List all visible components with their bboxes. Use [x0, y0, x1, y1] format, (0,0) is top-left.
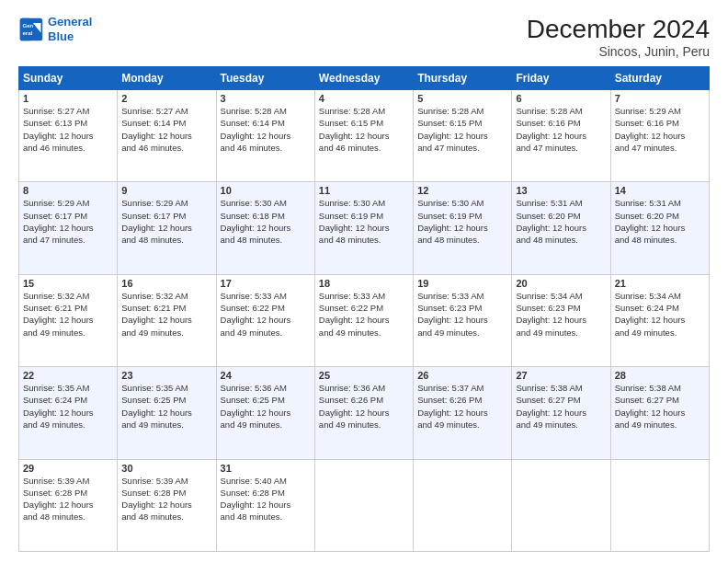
calendar-cell: 10Sunrise: 5:30 AMSunset: 6:18 PMDayligh…	[216, 182, 314, 274]
day-info: Sunrise: 5:38 AMSunset: 6:27 PMDaylight:…	[516, 382, 606, 431]
day-info: Sunrise: 5:30 AMSunset: 6:18 PMDaylight:…	[221, 197, 311, 246]
day-info: Sunrise: 5:32 AMSunset: 6:21 PMDaylight:…	[121, 290, 211, 339]
day-number: 11	[319, 185, 409, 196]
day-number: 5	[417, 93, 507, 104]
day-info: Sunrise: 5:27 AMSunset: 6:14 PMDaylight:…	[121, 105, 211, 154]
calendar-cell: 13Sunrise: 5:31 AMSunset: 6:20 PMDayligh…	[512, 182, 610, 274]
header: Gen eral General Blue December 2024 Sinc…	[18, 15, 710, 59]
day-info: Sunrise: 5:33 AMSunset: 6:23 PMDaylight:…	[417, 290, 507, 339]
main-title: December 2024	[527, 15, 710, 44]
day-number: 14	[615, 185, 705, 196]
logo-line1: General	[48, 15, 92, 29]
calendar-table: SundayMondayTuesdayWednesdayThursdayFrid…	[18, 66, 710, 552]
day-info: Sunrise: 5:36 AMSunset: 6:26 PMDaylight:…	[319, 382, 409, 431]
calendar-cell: 9Sunrise: 5:29 AMSunset: 6:17 PMDaylight…	[118, 182, 216, 274]
day-number: 3	[221, 93, 311, 104]
day-info: Sunrise: 5:34 AMSunset: 6:23 PMDaylight:…	[516, 290, 606, 339]
logo-line2: Blue	[48, 29, 74, 43]
day-number: 26	[417, 370, 507, 381]
day-info: Sunrise: 5:38 AMSunset: 6:27 PMDaylight:…	[615, 382, 705, 431]
calendar-cell: 5Sunrise: 5:28 AMSunset: 6:15 PMDaylight…	[414, 90, 512, 182]
calendar-cell: 27Sunrise: 5:38 AMSunset: 6:27 PMDayligh…	[512, 367, 610, 459]
calendar-cell: 16Sunrise: 5:32 AMSunset: 6:21 PMDayligh…	[118, 274, 216, 366]
calendar-cell: 23Sunrise: 5:35 AMSunset: 6:25 PMDayligh…	[118, 367, 216, 459]
calendar-cell: 22Sunrise: 5:35 AMSunset: 6:24 PMDayligh…	[19, 367, 118, 459]
calendar-cell: 20Sunrise: 5:34 AMSunset: 6:23 PMDayligh…	[512, 274, 610, 366]
day-number: 23	[121, 370, 211, 381]
day-info: Sunrise: 5:31 AMSunset: 6:20 PMDaylight:…	[615, 197, 705, 246]
day-info: Sunrise: 5:30 AMSunset: 6:19 PMDaylight:…	[417, 197, 507, 246]
calendar-cell: 4Sunrise: 5:28 AMSunset: 6:15 PMDaylight…	[314, 90, 413, 182]
day-info: Sunrise: 5:33 AMSunset: 6:22 PMDaylight:…	[319, 290, 409, 339]
day-info: Sunrise: 5:34 AMSunset: 6:24 PMDaylight:…	[615, 290, 705, 339]
day-number: 6	[516, 93, 606, 104]
calendar-cell: 3Sunrise: 5:28 AMSunset: 6:14 PMDaylight…	[216, 90, 314, 182]
col-header-saturday: Saturday	[610, 67, 709, 90]
col-header-monday: Monday	[118, 67, 216, 90]
calendar-cell: 18Sunrise: 5:33 AMSunset: 6:22 PMDayligh…	[314, 274, 413, 366]
logo-text: General Blue	[48, 15, 92, 43]
day-number: 24	[221, 370, 311, 381]
calendar-cell: 31Sunrise: 5:40 AMSunset: 6:28 PMDayligh…	[216, 459, 314, 551]
day-info: Sunrise: 5:35 AMSunset: 6:25 PMDaylight:…	[121, 382, 211, 431]
calendar-cell: 28Sunrise: 5:38 AMSunset: 6:27 PMDayligh…	[610, 367, 709, 459]
svg-text:eral: eral	[22, 29, 32, 36]
day-info: Sunrise: 5:30 AMSunset: 6:19 PMDaylight:…	[319, 197, 409, 246]
day-number: 20	[516, 278, 606, 289]
day-number: 13	[516, 185, 606, 196]
day-info: Sunrise: 5:28 AMSunset: 6:16 PMDaylight:…	[516, 105, 606, 154]
day-number: 29	[23, 463, 113, 474]
day-info: Sunrise: 5:36 AMSunset: 6:25 PMDaylight:…	[221, 382, 311, 431]
day-number: 4	[319, 93, 409, 104]
calendar-cell	[414, 459, 512, 551]
calendar-cell: 17Sunrise: 5:33 AMSunset: 6:22 PMDayligh…	[216, 274, 314, 366]
day-number: 31	[221, 463, 311, 474]
day-number: 19	[417, 278, 507, 289]
logo-icon: Gen eral	[18, 17, 44, 42]
calendar-cell: 1Sunrise: 5:27 AMSunset: 6:13 PMDaylight…	[19, 90, 118, 182]
calendar-cell: 19Sunrise: 5:33 AMSunset: 6:23 PMDayligh…	[414, 274, 512, 366]
day-number: 21	[615, 278, 705, 289]
calendar-cell: 2Sunrise: 5:27 AMSunset: 6:14 PMDaylight…	[118, 90, 216, 182]
day-info: Sunrise: 5:40 AMSunset: 6:28 PMDaylight:…	[221, 475, 311, 523]
day-number: 10	[221, 185, 311, 196]
day-info: Sunrise: 5:39 AMSunset: 6:28 PMDaylight:…	[121, 475, 211, 523]
calendar-cell: 12Sunrise: 5:30 AMSunset: 6:19 PMDayligh…	[414, 182, 512, 274]
day-number: 25	[319, 370, 409, 381]
day-number: 28	[615, 370, 705, 381]
day-info: Sunrise: 5:28 AMSunset: 6:15 PMDaylight:…	[319, 105, 409, 154]
day-info: Sunrise: 5:37 AMSunset: 6:26 PMDaylight:…	[417, 382, 507, 431]
calendar-cell: 29Sunrise: 5:39 AMSunset: 6:28 PMDayligh…	[19, 459, 118, 551]
svg-text:Gen: Gen	[22, 22, 33, 29]
day-number: 2	[121, 93, 211, 104]
day-number: 8	[23, 185, 113, 196]
calendar-cell: 24Sunrise: 5:36 AMSunset: 6:25 PMDayligh…	[216, 367, 314, 459]
calendar-cell: 25Sunrise: 5:36 AMSunset: 6:26 PMDayligh…	[314, 367, 413, 459]
day-info: Sunrise: 5:32 AMSunset: 6:21 PMDaylight:…	[23, 290, 113, 339]
calendar-cell: 8Sunrise: 5:29 AMSunset: 6:17 PMDaylight…	[19, 182, 118, 274]
col-header-sunday: Sunday	[19, 67, 118, 90]
calendar-cell: 7Sunrise: 5:29 AMSunset: 6:16 PMDaylight…	[610, 90, 709, 182]
col-header-wednesday: Wednesday	[314, 67, 413, 90]
day-number: 17	[221, 278, 311, 289]
day-number: 1	[23, 93, 113, 104]
calendar-cell: 26Sunrise: 5:37 AMSunset: 6:26 PMDayligh…	[414, 367, 512, 459]
day-number: 12	[417, 185, 507, 196]
day-info: Sunrise: 5:29 AMSunset: 6:17 PMDaylight:…	[23, 197, 113, 246]
day-info: Sunrise: 5:39 AMSunset: 6:28 PMDaylight:…	[23, 475, 113, 523]
calendar-cell: 21Sunrise: 5:34 AMSunset: 6:24 PMDayligh…	[610, 274, 709, 366]
day-number: 18	[319, 278, 409, 289]
day-info: Sunrise: 5:31 AMSunset: 6:20 PMDaylight:…	[516, 197, 606, 246]
calendar-cell	[314, 459, 413, 551]
day-info: Sunrise: 5:33 AMSunset: 6:22 PMDaylight:…	[221, 290, 311, 339]
subtitle: Sincos, Junin, Peru	[527, 44, 710, 59]
day-number: 16	[121, 278, 211, 289]
col-header-friday: Friday	[512, 67, 610, 90]
day-number: 22	[23, 370, 113, 381]
col-header-thursday: Thursday	[414, 67, 512, 90]
day-info: Sunrise: 5:28 AMSunset: 6:14 PMDaylight:…	[221, 105, 311, 154]
calendar-cell: 15Sunrise: 5:32 AMSunset: 6:21 PMDayligh…	[19, 274, 118, 366]
calendar-cell	[610, 459, 709, 551]
logo: Gen eral General Blue	[18, 15, 92, 43]
title-block: December 2024 Sincos, Junin, Peru	[527, 15, 710, 59]
